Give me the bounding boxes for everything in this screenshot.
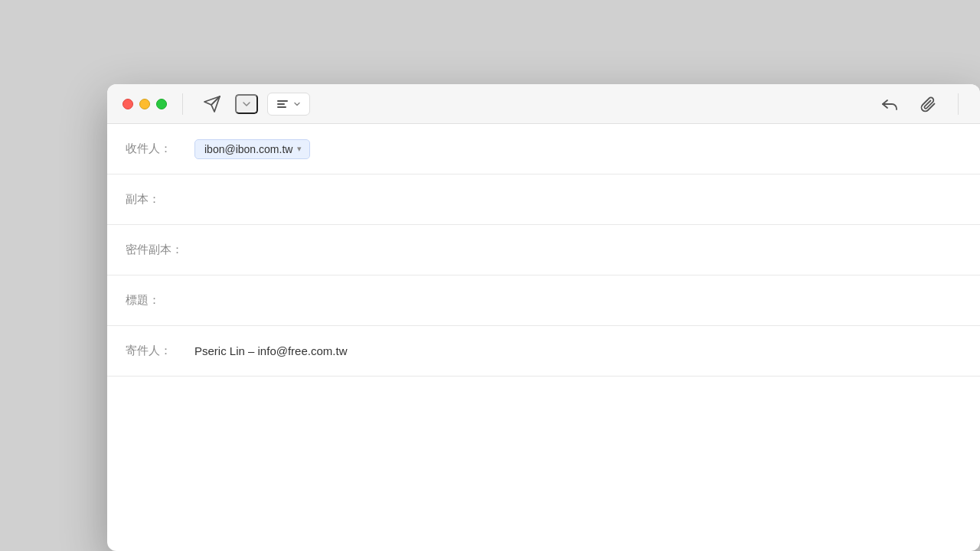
cc-label: 副本：: [126, 192, 194, 207]
bcc-input[interactable]: [194, 243, 962, 256]
cc-field-row: 副本：: [107, 174, 980, 225]
svg-rect-0: [277, 100, 288, 102]
chip-chevron-icon: ▾: [297, 144, 302, 154]
from-label: 寄件人：: [126, 344, 194, 358]
svg-rect-1: [277, 103, 285, 105]
traffic-lights: [122, 99, 167, 109]
to-field-row: 收件人： ibon@ibon.com.tw ▾: [107, 124, 980, 174]
bcc-label: 密件副本：: [126, 243, 194, 257]
reply-button[interactable]: [875, 90, 904, 119]
svg-rect-2: [277, 106, 286, 108]
recipient-chip-email: ibon@ibon.com.tw: [204, 143, 292, 155]
toolbar-divider: [182, 93, 183, 115]
send-button[interactable]: [198, 90, 226, 118]
format-icon: [276, 97, 289, 111]
bcc-field-row: 密件副本：: [107, 225, 980, 276]
format-button[interactable]: [267, 93, 310, 116]
subject-field-row: 標題：: [107, 276, 980, 326]
to-label: 收件人：: [126, 142, 194, 156]
maximize-button[interactable]: [156, 99, 167, 109]
format-chevron-icon: [292, 99, 302, 109]
subject-input[interactable]: [194, 294, 962, 307]
close-button[interactable]: [122, 99, 133, 109]
title-bar: [107, 84, 980, 124]
minimize-button[interactable]: [139, 99, 150, 109]
send-options-button[interactable]: [235, 94, 258, 114]
chevron-down-icon: [241, 99, 252, 109]
sender-name: Pseric Lin – info@free.com.tw: [194, 344, 347, 357]
reply-icon: [880, 94, 900, 114]
right-toolbar-divider: [958, 93, 959, 115]
compose-area[interactable]: [107, 377, 980, 514]
attach-icon: [918, 94, 938, 114]
attach-button[interactable]: [913, 90, 942, 119]
from-field-row: 寄件人： Pseric Lin – info@free.com.tw: [107, 326, 980, 377]
recipient-chip[interactable]: ibon@ibon.com.tw ▾: [194, 139, 310, 159]
email-form: 收件人： ibon@ibon.com.tw ▾ 副本： 密件副本： 標題： 寄件…: [107, 124, 980, 514]
send-icon: [203, 95, 221, 113]
subject-label: 標題：: [126, 293, 194, 308]
email-compose-window: 收件人： ibon@ibon.com.tw ▾ 副本： 密件副本： 標題： 寄件…: [107, 84, 980, 551]
cc-input[interactable]: [194, 193, 962, 206]
